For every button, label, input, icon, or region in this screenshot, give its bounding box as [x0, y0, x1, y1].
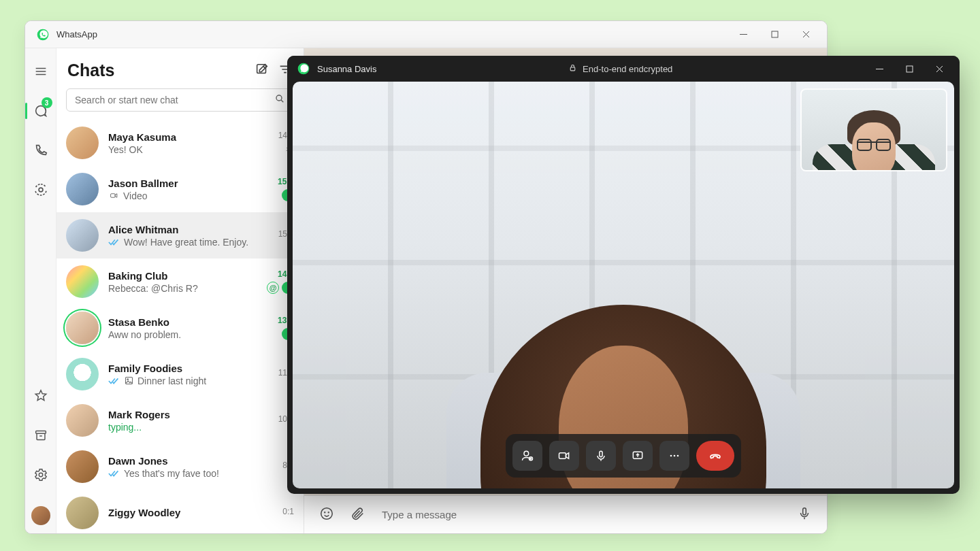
chat-avatar [66, 404, 99, 437]
chats-title: Chats [67, 61, 246, 80]
more-options-button[interactable] [659, 441, 689, 471]
add-participant-button[interactable] [512, 441, 542, 471]
call-minimize-button[interactable] [864, 56, 894, 82]
attach-button[interactable] [350, 506, 365, 524]
svg-point-41 [674, 455, 676, 457]
svg-point-21 [321, 507, 333, 519]
chats-panel: Chats Maya KasumaYes! OK14:5Jason Ballme… [56, 48, 304, 533]
nav-archive[interactable] [25, 423, 56, 448]
nav-status[interactable] [25, 178, 56, 202]
chat-item[interactable]: Maya KasumaYes! OK14:5 [56, 120, 304, 166]
call-participant-name: Susanna Davis [317, 64, 376, 74]
chat-name: Family Foodies [108, 363, 269, 374]
nav-profile-avatar[interactable] [31, 506, 50, 525]
chat-name: Ziggy Woodley [108, 507, 273, 518]
call-close-button[interactable] [924, 56, 954, 82]
camera-toggle-button[interactable] [549, 441, 579, 471]
whatsapp-logo-icon [36, 28, 50, 41]
chat-avatar [66, 265, 99, 298]
new-chat-button[interactable] [255, 62, 270, 80]
chat-preview: Rebecca: @Chris R? [108, 283, 257, 294]
svg-point-40 [670, 455, 672, 457]
mic-button[interactable] [797, 506, 812, 524]
chat-avatar [66, 127, 99, 159]
screenshare-button[interactable] [623, 441, 653, 471]
svg-rect-37 [600, 451, 602, 456]
composer [304, 495, 827, 533]
whatsapp-logo-icon [297, 62, 310, 76]
chat-item[interactable]: Family FoodiesDinner last night11:2 [56, 351, 304, 397]
call-titlebar: Susanna Davis End-to-end endcrypted [287, 56, 960, 82]
chat-name: Mark Rogers [108, 409, 269, 420]
chat-name: Maya Kasuma [108, 131, 269, 143]
search-icon [274, 93, 285, 107]
svg-point-23 [328, 512, 329, 512]
chat-avatar [66, 219, 99, 252]
svg-rect-9 [35, 431, 46, 434]
svg-line-17 [281, 100, 283, 102]
chat-preview: Video [108, 190, 268, 201]
search-field-wrap[interactable] [66, 88, 294, 112]
chat-name: Baking Club [108, 270, 257, 282]
search-row [56, 88, 304, 120]
chat-avatar [66, 173, 99, 205]
chat-preview: Wow! Have great time. Enjoy. [108, 237, 269, 248]
chat-item[interactable]: Alice WhitmanWow! Have great time. Enjoy… [56, 212, 304, 258]
chat-name: Dawn Jones [108, 455, 273, 467]
nav-calls[interactable] [25, 138, 56, 163]
svg-point-8 [39, 188, 43, 192]
svg-point-11 [39, 473, 43, 477]
chat-list[interactable]: Maya KasumaYes! OK14:5Jason BallmerVideo… [56, 120, 304, 533]
emoji-button[interactable] [319, 506, 334, 524]
call-controls [506, 434, 741, 478]
nav-starred[interactable] [25, 384, 56, 408]
chat-avatar [66, 450, 99, 483]
window-title: WhatsApp [56, 29, 97, 39]
window-controls [728, 21, 821, 48]
svg-rect-27 [570, 67, 575, 71]
hangup-button[interactable] [696, 441, 734, 471]
svg-point-32 [524, 451, 529, 456]
svg-rect-36 [559, 453, 566, 458]
svg-rect-24 [803, 507, 806, 514]
close-button[interactable] [790, 21, 821, 48]
call-maximize-button[interactable] [894, 56, 924, 82]
call-window: Susanna Davis End-to-end endcrypted [287, 56, 960, 494]
search-input[interactable] [75, 95, 274, 105]
encryption-indicator: End-to-end endcrypted [568, 63, 672, 74]
chat-item[interactable]: Stasa BenkoAww no problem.13:5 [56, 305, 304, 351]
chat-item[interactable]: Dawn JonesYes that's my fave too!8:3 [56, 444, 304, 490]
chat-item[interactable]: Baking ClubRebecca: @Chris R?14:4@ [56, 258, 304, 305]
call-video-area [293, 82, 954, 488]
chat-time: 0:1 [282, 507, 294, 516]
nav-settings[interactable] [25, 463, 56, 487]
svg-point-42 [677, 455, 679, 457]
chat-name: Jason Ballmer [108, 178, 268, 189]
chat-preview: typing... [108, 422, 269, 433]
svg-point-20 [127, 379, 129, 380]
titlebar: WhatsApp [25, 21, 827, 48]
message-input[interactable] [382, 509, 781, 520]
chats-badge: 3 [42, 97, 52, 108]
chat-preview: Dinner last night [108, 375, 269, 386]
svg-rect-18 [111, 194, 116, 197]
maximize-button[interactable] [759, 21, 790, 48]
nav-chats[interactable]: 3 [25, 99, 56, 123]
menu-button[interactable] [25, 59, 56, 84]
chat-item[interactable]: Mark Rogerstyping...10:5 [56, 397, 304, 444]
mic-toggle-button[interactable] [586, 441, 616, 471]
lock-icon [568, 63, 577, 74]
nav-rail: 3 [25, 48, 56, 533]
self-preview[interactable] [800, 88, 947, 171]
svg-point-22 [325, 512, 325, 512]
chat-preview: Aww no problem. [108, 329, 268, 340]
chat-item[interactable]: Ziggy Woodley0:1 [56, 490, 304, 533]
minimize-button[interactable] [728, 21, 759, 48]
chat-name: Stasa Benko [108, 316, 268, 328]
chat-item[interactable]: Jason BallmerVideo15:2 [56, 166, 304, 212]
svg-rect-29 [906, 66, 913, 72]
chat-avatar [66, 358, 99, 390]
mention-badge: @ [267, 282, 279, 294]
chat-preview: Yes that's my fave too! [108, 468, 273, 479]
chat-name: Alice Whitman [108, 224, 269, 235]
